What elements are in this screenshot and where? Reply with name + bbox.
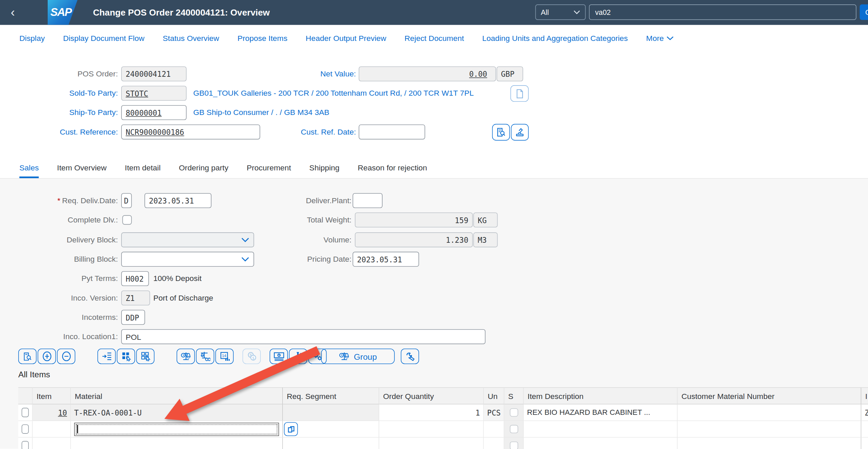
delivery-schedule-button[interactable]: 14: [215, 349, 234, 364]
order-quantity-cell[interactable]: 1: [379, 404, 484, 421]
action-display-document-flow[interactable]: Display Document Flow: [63, 34, 144, 43]
un-cell[interactable]: [484, 438, 504, 449]
shell-edge-button[interactable]: C: [860, 4, 868, 20]
pyt-terms-field[interactable]: H002: [121, 271, 149, 286]
tab-shipping[interactable]: Shipping: [309, 163, 339, 178]
insert-row-button[interactable]: [97, 349, 116, 364]
material-cell: [71, 421, 283, 438]
pricing-scale-find-button[interactable]: [196, 349, 214, 364]
complete-dlv-checkbox[interactable]: [122, 215, 132, 225]
copy-address-button[interactable]: [510, 85, 529, 102]
material-input[interactable]: [74, 422, 279, 435]
ship-to-address-link[interactable]: GB Ship-to Consumer / . / GB M34 3AB: [193, 105, 329, 120]
action-display[interactable]: Display: [19, 34, 45, 43]
req-segment-cell[interactable]: [283, 404, 379, 421]
ship-to-field[interactable]: 80000001: [121, 105, 186, 120]
sold-to-address-link[interactable]: GB01_TOUK Galleries - 200 TCR / 200 Tott…: [193, 86, 474, 101]
tab-item-detail[interactable]: Item detail: [125, 163, 161, 178]
display-item-details-button[interactable]: [18, 349, 37, 364]
customer-material-number-cell[interactable]: [678, 438, 861, 449]
total-weight-field[interactable]: 159: [355, 212, 473, 227]
s-checkbox[interactable]: [509, 442, 518, 449]
col-customer-material-number[interactable]: Customer Material Number: [678, 387, 861, 405]
material-cell[interactable]: [71, 438, 283, 449]
col-item-category[interactable]: I: [861, 387, 868, 405]
currency-field[interactable]: GBP: [497, 66, 523, 81]
action-propose-items[interactable]: Propose Items: [237, 34, 288, 43]
search-scope-value: All: [541, 8, 549, 17]
volume-label: Volume:: [232, 232, 351, 247]
action-reject-document[interactable]: Reject Document: [405, 34, 464, 43]
search-scope-select[interactable]: All: [535, 4, 586, 20]
customer-material-number-cell[interactable]: [678, 421, 861, 438]
item-description-cell[interactable]: [524, 438, 678, 449]
un-cell[interactable]: PCS: [484, 404, 504, 421]
back-icon[interactable]: ‹: [0, 0, 25, 25]
shell-search-input[interactable]: [589, 4, 856, 20]
document-search-button[interactable]: [492, 124, 510, 141]
payment-button[interactable]: $: [270, 349, 288, 364]
customer-material-number-cell[interactable]: [678, 404, 861, 421]
action-more[interactable]: More: [646, 34, 674, 43]
col-item-description[interactable]: Item Description: [524, 387, 678, 405]
item-number-link[interactable]: 10: [58, 408, 67, 417]
total-weight-unit-field[interactable]: KG: [473, 212, 498, 227]
inco-location-field[interactable]: POL: [121, 329, 485, 344]
inco-version-field[interactable]: Z1: [121, 290, 150, 305]
volume-unit-field[interactable]: M3: [473, 232, 498, 247]
group-button[interactable]: Group: [321, 349, 395, 364]
row-checkbox[interactable]: [22, 408, 29, 417]
item-cell[interactable]: [33, 421, 71, 438]
tab-reason-for-rejection[interactable]: Reason for rejection: [358, 163, 427, 178]
add-item-button[interactable]: [38, 349, 56, 364]
deselect-all-button[interactable]: [136, 349, 155, 364]
sold-to-field[interactable]: STOTC: [121, 86, 186, 101]
wrench-button[interactable]: [401, 349, 419, 364]
stamp-button[interactable]: [511, 124, 528, 141]
item-description-cell[interactable]: [524, 421, 678, 438]
s-checkbox[interactable]: [509, 425, 518, 433]
col-un[interactable]: Un: [484, 387, 504, 405]
pricing-date-label: Pricing Date:: [232, 252, 351, 267]
order-quantity-cell[interactable]: [379, 438, 484, 449]
req-segment-cell[interactable]: [283, 438, 379, 449]
col-s[interactable]: S: [504, 387, 524, 405]
pricing-scale-time-button[interactable]: [177, 349, 195, 364]
variant-configuration-button[interactable]: [289, 349, 307, 364]
select-all-button[interactable]: [117, 349, 135, 364]
remove-item-button[interactable]: [57, 349, 75, 364]
net-value-field[interactable]: 0.00: [359, 66, 496, 81]
col-req-segment[interactable]: Req. Segment: [283, 387, 379, 405]
un-cell[interactable]: [484, 421, 504, 438]
row-checkbox[interactable]: [22, 441, 29, 449]
req-deliv-date-type: D: [124, 196, 129, 205]
pos-order-field[interactable]: 2400004121: [121, 66, 186, 81]
tab-item-overview[interactable]: Item Overview: [57, 163, 107, 178]
action-status-overview[interactable]: Status Overview: [163, 34, 219, 43]
volume-field[interactable]: 1.230: [355, 232, 473, 247]
material-cell[interactable]: T-REX-OA-0001-U: [71, 404, 283, 421]
tab-procurement[interactable]: Procurement: [247, 163, 291, 178]
row-checkbox[interactable]: [22, 424, 29, 434]
tab-ordering-party[interactable]: Ordering party: [179, 163, 228, 178]
col-item[interactable]: Item: [33, 387, 71, 405]
incoterms-field[interactable]: DDP: [121, 310, 145, 325]
minus-circle-icon: [61, 351, 71, 361]
col-material[interactable]: Material: [71, 387, 283, 405]
col-order-quantity[interactable]: Order Quantity: [379, 387, 484, 405]
item-description-cell[interactable]: REX BIO HAZARD BAR CABINET ...: [524, 404, 678, 421]
order-quantity-cell[interactable]: [379, 421, 484, 438]
pricing-date-field[interactable]: 2023.05.31: [352, 252, 419, 267]
req-deliv-date-type-field[interactable]: D: [121, 193, 132, 208]
action-header-output-preview[interactable]: Header Output Preview: [306, 34, 386, 43]
edge-cell: [861, 438, 868, 449]
value-help-button[interactable]: [284, 422, 298, 436]
tab-sales[interactable]: Sales: [19, 163, 39, 178]
action-loading-units[interactable]: Loading Units and Aggregation Categories: [482, 34, 628, 43]
req-deliv-date-field[interactable]: 2023.05.31: [144, 193, 211, 208]
item-cell[interactable]: [33, 438, 71, 449]
s-checkbox[interactable]: [509, 408, 518, 417]
deliver-plant-field[interactable]: [352, 193, 382, 208]
document-search-icon: [23, 352, 32, 361]
cust-ref-date-field[interactable]: [359, 124, 425, 139]
